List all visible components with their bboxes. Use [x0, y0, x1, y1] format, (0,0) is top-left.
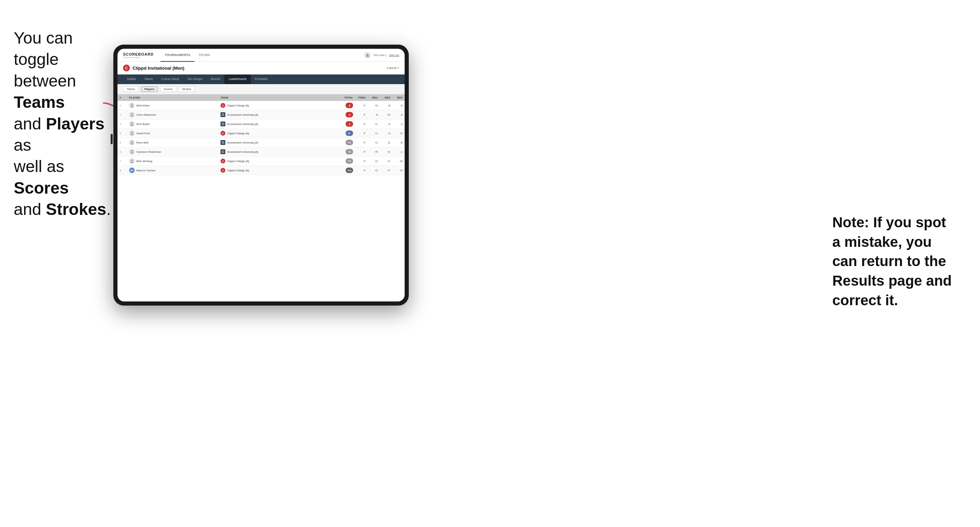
svg-point-12 — [131, 141, 133, 143]
svg-point-1 — [367, 54, 368, 55]
tab-leaderboards[interactable]: Leaderboards — [224, 75, 250, 84]
annotation-scores-bold: Scores — [14, 179, 69, 197]
cell-total: -8 — [338, 101, 355, 110]
cell-player: MTMarcus Turners — [127, 166, 218, 175]
right-annotation: Note: If you spota mistake, youcan retur… — [832, 213, 970, 310]
nav-logo: SCOREBOARD Powered by clippd — [123, 52, 154, 58]
col-player: PLAYER — [127, 94, 218, 101]
toggle-teams[interactable]: Teams — [123, 86, 139, 92]
left-annotation: You can toggle between Teams and Players… — [14, 27, 113, 221]
svg-rect-5 — [221, 114, 225, 115]
cell-team: Scoreboard University [A] — [218, 119, 324, 129]
table-body: 1Elliot EbertCClippd College [A]-8F+3-6-… — [118, 101, 405, 175]
cell-thru: F — [355, 147, 368, 157]
table-row: 4David FordCClippd College [A]EF+1-4+3 — [118, 129, 405, 138]
nav-tournaments[interactable]: TOURNAMENTS — [161, 49, 194, 62]
annotation-line3-pre: and — [14, 115, 46, 133]
cell-rd1: +5 — [368, 147, 380, 157]
tab-tee-groups[interactable]: Tee Groups — [183, 75, 207, 84]
svg-rect-9 — [221, 124, 225, 124]
cell-rd1: +1 — [368, 129, 380, 138]
svg-rect-13 — [221, 141, 225, 141]
cell-rd2: +2 — [380, 147, 392, 157]
cell-total: +9 — [338, 157, 355, 166]
cell-rd2: +7 — [380, 166, 392, 175]
cell-player: Blair McHarg — [127, 157, 218, 166]
cell-team: Scoreboard University [A] — [218, 147, 324, 157]
tab-printables[interactable]: Printables — [251, 75, 272, 84]
cell-rd2: E — [380, 138, 392, 147]
toggle-scores[interactable]: Scores — [160, 86, 176, 92]
cell-rd3: -5 — [392, 101, 405, 110]
cell-thru: F — [355, 138, 368, 147]
svg-rect-10 — [221, 125, 225, 125]
tab-teams[interactable]: Teams — [140, 75, 157, 84]
note-label: Note: If you spota mistake, youcan retur… — [832, 214, 946, 269]
svg-point-7 — [131, 122, 133, 124]
logo-title: SCOREBOARD — [123, 52, 154, 56]
cell-rd2: +1 — [380, 157, 392, 166]
annotation-line1: You can toggle — [14, 29, 73, 68]
svg-point-20 — [131, 159, 133, 161]
cell-total: +11 — [338, 166, 355, 175]
cell-thru: F — [355, 166, 368, 175]
tournament-title: C Clippd Invitational (Men) — [123, 65, 185, 71]
tablet-frame: SCOREBOARD Powered by clippd TOURNAMENTS… — [113, 44, 409, 306]
cell-thru: F — [355, 119, 368, 129]
cell-spacer — [324, 147, 338, 157]
cell-team: Scoreboard University [A] — [218, 138, 324, 147]
table-row: 3Rich ButlerScoreboard University [A]-2F… — [118, 119, 405, 129]
cancel-label: Cancel × — [387, 66, 399, 70]
cell-rd1: +1 — [368, 138, 380, 147]
annotation-teams-bold: Teams — [14, 93, 65, 111]
annotation-line5-pre: and — [14, 200, 46, 218]
cell-thru: F — [355, 157, 368, 166]
user-icon — [364, 52, 371, 58]
cell-rank: 3 — [118, 119, 127, 129]
col-total: TOTAL — [338, 94, 355, 101]
cell-rank: 1 — [118, 101, 127, 110]
tab-results[interactable]: Results — [207, 75, 224, 84]
col-rd2: RD2 — [380, 94, 392, 101]
cell-rd3: -4 — [392, 110, 405, 119]
cell-player: Cameron Robertson — [127, 147, 218, 157]
cell-rank: 4 — [118, 129, 127, 138]
svg-rect-19 — [221, 152, 225, 153]
svg-rect-6 — [221, 115, 225, 116]
cell-spacer — [324, 157, 338, 166]
sign-out-link[interactable]: Sign out — [389, 54, 399, 57]
nav-right: Test User | Sign out — [364, 52, 399, 58]
cell-player: David Ford — [127, 129, 218, 138]
toggle-strokes[interactable]: Strokes — [178, 86, 195, 92]
tab-course-setup[interactable]: Course Setup — [157, 75, 183, 84]
svg-rect-8 — [221, 122, 225, 123]
annotation-line4-pre: well as — [14, 157, 64, 175]
table-row: 5Rees BrittScoreboard University [A]+1F+… — [118, 138, 405, 147]
nav-links: TOURNAMENTS TEAMS — [161, 49, 364, 62]
cell-player: Rich Butler — [127, 119, 218, 129]
svg-rect-18 — [221, 151, 225, 152]
toggle-bar: Teams Players Scores Strokes — [118, 84, 405, 94]
nav-teams[interactable]: TEAMS — [194, 49, 214, 62]
cell-player: Elliot Ebert — [127, 101, 218, 110]
tab-details[interactable]: Details — [123, 75, 140, 84]
svg-rect-14 — [221, 142, 225, 143]
logo-sub: Powered by clippd — [123, 56, 154, 58]
cell-spacer — [324, 101, 338, 110]
cell-rd2: -2 — [380, 119, 392, 129]
cell-spacer — [324, 138, 338, 147]
cell-rd3: +2 — [392, 166, 405, 175]
cell-team: CClippd College [A] — [218, 157, 324, 166]
cell-thru: F — [355, 101, 368, 110]
cell-spacer — [324, 166, 338, 175]
leaderboard-table: # PLAYER TEAM TOTAL THRU RD1 RD2 RD3 1El… — [118, 94, 405, 302]
cell-spacer — [324, 129, 338, 138]
tournament-logo: C — [123, 65, 130, 71]
toggle-players[interactable]: Players — [141, 86, 158, 92]
svg-point-16 — [131, 150, 133, 152]
user-label: Test User | — [373, 54, 387, 57]
cancel-button[interactable]: Cancel × — [387, 66, 399, 70]
table-header: # PLAYER TEAM TOTAL THRU RD1 RD2 RD3 — [118, 94, 405, 101]
cell-thru: F — [355, 110, 368, 119]
cell-player: Chris Robertson — [127, 110, 218, 119]
